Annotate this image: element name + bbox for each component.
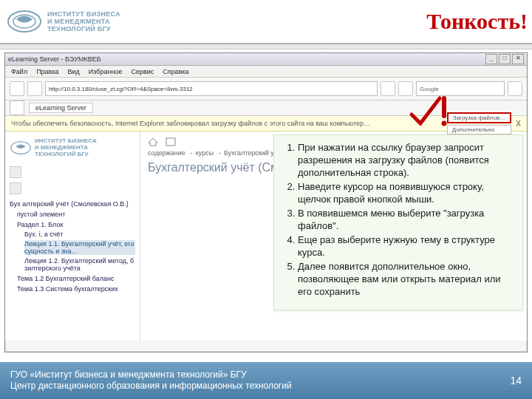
logo-line: ИНСТИТУТ БИЗНЕСА: [47, 10, 120, 18]
tree-item[interactable]: Бух алтерский учёт (Смолевская О.В.): [10, 200, 135, 208]
slide-title: Тонкость!: [426, 9, 532, 34]
sidebar-logo-line: И МЕНЕДЖМЕНТА: [35, 144, 97, 151]
tree-item[interactable]: Тема 1.3 Система бухгалтерских: [17, 285, 135, 293]
header-divider: [0, 44, 532, 50]
sidebar-emblem-icon: [10, 140, 32, 156]
menu-item[interactable]: Файл: [11, 68, 27, 75]
sidebar-logo-line: ИНСТИТУТ БИЗНЕСА: [35, 137, 97, 144]
page-number: 14: [510, 375, 522, 386]
instructions-panel: При нажатии на ссылку браузер запросит р…: [273, 134, 523, 310]
maximize-button[interactable]: □: [499, 54, 511, 64]
instruction-item: Еще раз выберите нужную тему в структуре…: [298, 233, 515, 259]
sidebar-logo-line: ТЕХНОЛОГИЙ БГУ: [35, 151, 97, 157]
instruction-item: Наведите курсор на появившуюся строку, щ…: [298, 180, 515, 205]
favorites-icon[interactable]: [10, 100, 24, 115]
footer-line: Центр дистанционного образования и инфор…: [10, 381, 510, 392]
instruction-item: При нажатии на ссылку браузер запросит р…: [298, 141, 515, 179]
close-button[interactable]: ✕: [512, 54, 524, 64]
forward-button[interactable]: [27, 81, 42, 96]
refresh-button[interactable]: [398, 81, 413, 96]
search-go-button[interactable]: [508, 81, 522, 96]
browser-toolbar: http://10.0.3.180/close_zt.cgi?OR=4&Spac…: [5, 78, 527, 100]
menu-item[interactable]: Избранное: [89, 68, 123, 75]
instruction-item: В появившемся меню выберите "загрузка фа…: [298, 207, 515, 232]
browser-menubar: Файл Правка Вид Избранное Сервис Справка: [5, 66, 527, 78]
institute-logo-text: ИНСТИТУТ БИЗНЕСА И МЕНЕДЖМЕНТА ТЕХНОЛОГИ…: [47, 10, 120, 33]
tree-item[interactable]: пустой элемент: [17, 211, 135, 218]
tree-item[interactable]: Лекция 1.2. Бухгалтерский метод, б зилте…: [24, 257, 135, 272]
infobar-option-download[interactable]: Загрузка файлов…: [447, 112, 512, 123]
security-infobar[interactable]: Чтобы обеспечить безопасность, Internet …: [5, 116, 527, 132]
slide-footer: ГУО «Институт бизнеса и менеджмента техн…: [0, 362, 532, 399]
menu-item[interactable]: Правка: [36, 68, 58, 75]
instruction-item: Далее появится дополнительное окно, позв…: [298, 260, 515, 298]
url-text: http://10.0.3.180/close_zt.cgi?OR=4&Spac…: [49, 86, 193, 92]
window-title: eLearning Server - БЭУМКВЕБ: [8, 55, 485, 63]
infobar-text: Чтобы обеспечить безопасность, Internet …: [11, 120, 370, 127]
course-sidebar: ИНСТИТУТ БИЗНЕСА И МЕНЕДЖМЕНТА ТЕХНОЛОГИ…: [5, 132, 140, 341]
logo-line: ТЕХНОЛОГИЙ БГУ: [47, 25, 120, 33]
go-button[interactable]: [381, 81, 395, 96]
sidebar-logo: ИНСТИТУТ БИЗНЕСА И МЕНЕДЖМЕНТА ТЕХНОЛОГИ…: [10, 137, 135, 157]
course-tree: Бух алтерский учёт (Смолевская О.В.) пус…: [10, 200, 135, 293]
logo-line: И МЕНЕДЖМЕНТА: [47, 18, 120, 25]
sidebar-tool-icon[interactable]: [10, 166, 21, 178]
search-placeholder: Google: [420, 86, 439, 92]
tree-item[interactable]: Бух. і, a счёт: [24, 231, 135, 238]
slide: ИНСТИТУТ БИЗНЕСА И МЕНЕДЖМЕНТА ТЕХНОЛОГИ…: [0, 0, 532, 399]
back-button[interactable]: [10, 81, 24, 96]
tab-elearning[interactable]: eLearning Server: [29, 103, 93, 113]
browser-titlebar: eLearning Server - БЭУМКВЕБ _ □ ✕: [5, 53, 527, 66]
search-box[interactable]: Google: [416, 81, 505, 96]
footer-line: ГУО «Институт бизнеса и менеджмента техн…: [10, 369, 510, 381]
tree-item[interactable]: Тема 1.2 Бухгалтерский баланс: [17, 275, 135, 282]
sidebar-tool-icon[interactable]: [10, 183, 21, 194]
menu-item[interactable]: Вид: [68, 68, 80, 75]
slide-header: ИНСТИТУТ БИЗНЕСА И МЕНЕДЖМЕНТА ТЕХНОЛОГИ…: [0, 0, 532, 44]
tree-item-selected[interactable]: Лекция 1.1. Бухгалтерский учёт, его сущн…: [24, 240, 135, 255]
minimize-button[interactable]: _: [485, 54, 497, 64]
svg-rect-4: [166, 138, 175, 146]
home-icon[interactable]: [148, 137, 158, 146]
institute-emblem: [6, 8, 43, 35]
tree-item[interactable]: Раздел 1. Блок: [17, 221, 135, 228]
nav-icon[interactable]: [166, 137, 176, 146]
menu-item[interactable]: Сервис: [131, 68, 154, 75]
address-bar[interactable]: http://10.0.3.180/close_zt.cgi?OR=4&Spac…: [45, 81, 378, 96]
infobar-close[interactable]: X: [516, 120, 521, 128]
menu-item[interactable]: Справка: [163, 68, 188, 75]
